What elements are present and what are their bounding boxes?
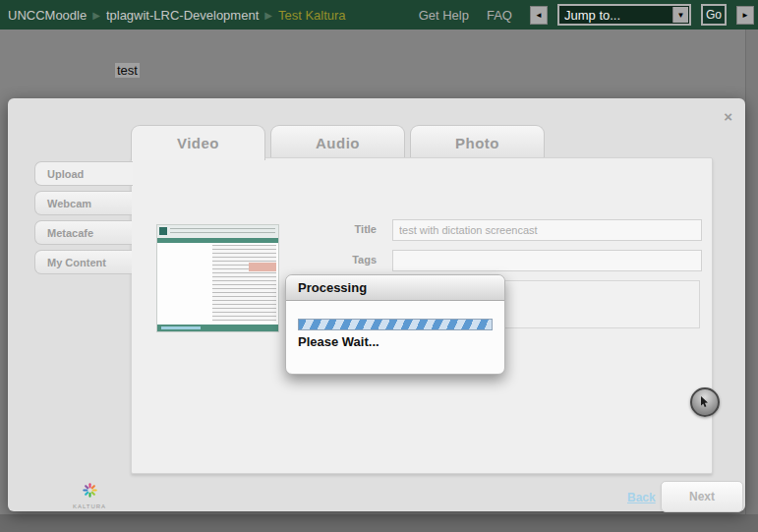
progress-bar	[298, 319, 493, 330]
tab-video[interactable]: Video	[131, 125, 265, 160]
breadcrumb-separator-icon: ▶	[92, 10, 100, 21]
breadcrumb-separator-icon: ▶	[264, 10, 272, 21]
jump-to-selected-value: Jump to...	[564, 8, 620, 23]
breadcrumb-site-link[interactable]: UNCCMoodle	[8, 8, 87, 23]
source-tab-my-content[interactable]: My Content	[34, 250, 132, 274]
next-button[interactable]: Next	[661, 481, 743, 512]
page-selected-text: test	[115, 63, 140, 78]
activity-forward-button[interactable]: ►	[736, 6, 754, 25]
page-scrollbar[interactable]	[745, 30, 758, 514]
processing-dialog-title: Processing	[286, 275, 504, 301]
close-icon[interactable]: ×	[724, 109, 732, 124]
processing-dialog: Processing Please Wait...	[285, 274, 505, 375]
breadcrumb-course-link[interactable]: tplagwit-LRC-Development	[106, 8, 259, 23]
kaltura-brand-text: KALTURA	[69, 503, 110, 509]
mouse-pointer-icon	[700, 396, 709, 408]
tags-label: Tags	[132, 254, 377, 266]
mouse-cursor-highlight	[690, 387, 720, 417]
jump-to-select[interactable]: Jump to... ▼	[557, 4, 691, 26]
source-tabs: Upload Webcam Metacafe My Content	[34, 161, 133, 279]
video-thumbnail	[156, 224, 279, 332]
go-button[interactable]: Go	[701, 4, 727, 26]
page-footer-dimmed	[0, 514, 758, 532]
breadcrumb-current-page: Test Kaltura	[278, 8, 346, 23]
faq-link[interactable]: FAQ	[487, 8, 512, 23]
get-help-link[interactable]: Get Help	[419, 8, 469, 23]
title-label: Title	[132, 223, 377, 235]
tab-audio[interactable]: Audio	[270, 125, 405, 159]
kaltura-logo: KALTURA	[69, 482, 110, 509]
activity-back-button[interactable]: ◄	[530, 6, 548, 25]
tab-photo[interactable]: Photo	[410, 125, 545, 159]
topbar-controls: Get Help FAQ ◄ Jump to... ▼ Go ►	[419, 0, 754, 30]
title-input[interactable]	[392, 219, 702, 241]
breadcrumb: UNCCMoodle ▶ tplagwit-LRC-Development ▶ …	[0, 8, 346, 23]
top-navigation-bar: UNCCMoodle ▶ tplagwit-LRC-Development ▶ …	[0, 0, 758, 30]
source-tab-webcam[interactable]: Webcam	[34, 191, 132, 215]
media-type-tabs: Video Audio Photo	[131, 125, 545, 160]
source-tab-metacafe[interactable]: Metacafe	[34, 220, 132, 245]
back-link[interactable]: Back	[627, 491, 656, 504]
tags-input[interactable]	[392, 250, 702, 271]
kaltura-burst-icon	[82, 482, 98, 499]
please-wait-message: Please Wait...	[298, 334, 379, 349]
chevron-down-icon[interactable]: ▼	[672, 7, 688, 23]
screen: UNCCMoodle ▶ tplagwit-LRC-Development ▶ …	[0, 0, 758, 532]
source-tab-upload[interactable]: Upload	[34, 161, 133, 186]
